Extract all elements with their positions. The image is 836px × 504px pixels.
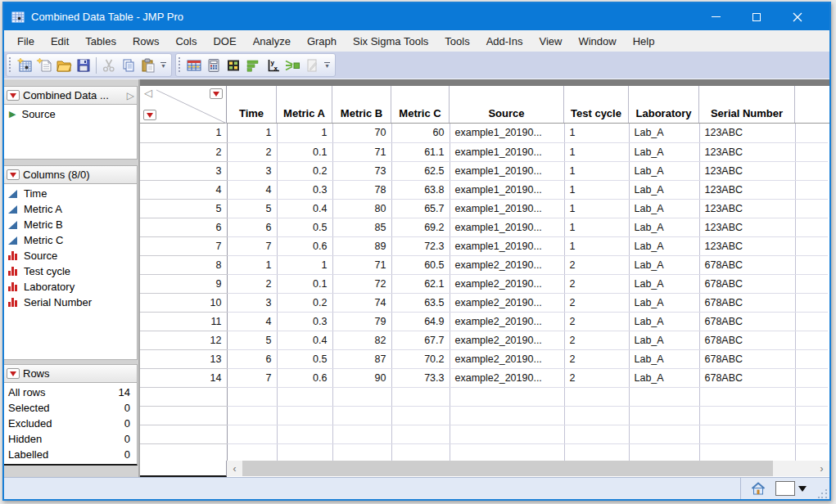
menu-cols[interactable]: Cols — [167, 32, 205, 51]
panel-expand-icon[interactable]: ▷ — [127, 90, 134, 101]
split-grid-icon[interactable] — [224, 56, 243, 75]
column-header-test-cycle[interactable]: Test cycle — [564, 86, 629, 123]
cell[interactable]: 123ABC — [699, 124, 795, 142]
cell[interactable]: Lab_A — [629, 180, 699, 199]
cell[interactable] — [450, 406, 564, 425]
horizontal-scrollbar[interactable]: ‹ › — [227, 461, 829, 476]
cell[interactable]: Lab_A — [629, 161, 699, 180]
new-data-table-icon[interactable] — [15, 56, 34, 75]
cell[interactable]: Lab_A — [629, 218, 699, 236]
cell[interactable]: 0.6 — [277, 368, 332, 387]
open-icon[interactable] — [54, 56, 74, 75]
cell[interactable]: example1_20190... — [450, 218, 564, 236]
cell[interactable]: 0.3 — [277, 312, 332, 331]
cell[interactable]: Lab_A — [629, 293, 699, 312]
menu-help[interactable]: Help — [625, 32, 663, 51]
column-header-source[interactable]: Source — [450, 86, 564, 123]
cell[interactable] — [699, 443, 795, 462]
cell[interactable]: 123ABC — [699, 142, 795, 161]
cell[interactable]: 123ABC — [699, 218, 795, 236]
cell[interactable]: example2_20190... — [450, 293, 564, 312]
cell[interactable]: 678ABC — [699, 293, 795, 312]
cell[interactable]: 2 — [564, 349, 629, 368]
cell[interactable]: 0.4 — [277, 331, 332, 349]
join-tables-icon[interactable] — [282, 56, 302, 75]
cell[interactable]: 78 — [332, 180, 391, 199]
cell[interactable]: 123ABC — [699, 236, 795, 255]
toolbar-grip[interactable] — [8, 57, 12, 74]
column-item-metric-a[interactable]: Metric A — [4, 201, 137, 217]
cell[interactable]: example2_20190... — [450, 274, 564, 293]
row-number[interactable]: 3 — [140, 161, 227, 180]
column-item-test-cycle[interactable]: Test cycle — [4, 263, 137, 279]
cell[interactable]: 69.2 — [391, 218, 450, 236]
cell[interactable] — [277, 425, 332, 443]
red-triangle-menu-icon[interactable] — [7, 169, 20, 180]
cell[interactable]: Lab_A — [629, 124, 699, 142]
cell[interactable] — [277, 406, 332, 425]
cell[interactable] — [332, 387, 391, 406]
cell[interactable] — [450, 443, 564, 462]
formula-calculator-icon[interactable] — [204, 56, 224, 75]
cell[interactable]: example1_20190... — [450, 124, 564, 142]
row-number[interactable]: 7 — [140, 236, 227, 255]
cell[interactable]: 72.3 — [391, 236, 450, 255]
cell[interactable]: 65.7 — [391, 199, 450, 218]
column-header-serial-number[interactable]: Serial Number — [699, 86, 795, 123]
row-number[interactable]: 6 — [140, 218, 227, 236]
cell[interactable]: 3 — [227, 293, 277, 312]
maximize-button[interactable] — [736, 3, 777, 30]
cell[interactable]: 70.2 — [391, 349, 450, 368]
script-editor-icon[interactable] — [302, 56, 322, 75]
cell[interactable]: Lab_A — [629, 255, 699, 274]
cell[interactable]: 123ABC — [699, 199, 795, 218]
cell[interactable]: 1 — [564, 218, 629, 236]
cell[interactable]: 0.4 — [277, 199, 332, 218]
cell[interactable]: 1 — [564, 124, 629, 142]
menu-graph[interactable]: Graph — [299, 32, 345, 51]
red-triangle-menu-icon[interactable] — [7, 90, 20, 101]
cell[interactable]: 0.2 — [277, 161, 332, 180]
cell[interactable]: 4 — [227, 180, 277, 199]
cell[interactable]: 5 — [227, 199, 277, 218]
scrollbar-thumb[interactable] — [242, 461, 773, 476]
run-script-icon[interactable]: ▶ — [9, 109, 16, 119]
cell[interactable] — [332, 406, 391, 425]
cell[interactable] — [391, 425, 450, 443]
row-number[interactable]: 4 — [140, 180, 227, 199]
row-number[interactable]: 2 — [140, 142, 227, 161]
cell[interactable]: 80 — [332, 199, 391, 218]
row-number[interactable] — [140, 443, 227, 462]
cell[interactable]: 82 — [332, 331, 391, 349]
menu-doe[interactable]: DOE — [205, 32, 244, 51]
cell[interactable]: 61.1 — [391, 142, 450, 161]
cell[interactable]: example1_20190... — [450, 161, 564, 180]
cell[interactable] — [564, 443, 629, 462]
column-item-time[interactable]: Time — [4, 186, 137, 201]
cell[interactable]: 87 — [332, 349, 391, 368]
cell[interactable]: example2_20190... — [450, 331, 564, 349]
row-number[interactable]: 11 — [140, 312, 227, 331]
cell[interactable]: example2_20190... — [450, 349, 564, 368]
cell[interactable] — [227, 406, 277, 425]
data-table-window-icon[interactable] — [184, 56, 204, 75]
cell[interactable]: 2 — [564, 293, 629, 312]
cell[interactable] — [450, 425, 564, 443]
cut-icon[interactable] — [99, 56, 119, 75]
cell[interactable]: 62.5 — [391, 161, 450, 180]
row-number[interactable]: 1 — [140, 124, 227, 142]
cell[interactable] — [227, 443, 277, 462]
column-header-metric-a[interactable]: Metric A — [277, 86, 332, 123]
fit-y-by-x-icon[interactable]: yx — [263, 56, 282, 75]
menu-tables[interactable]: Tables — [77, 32, 124, 51]
menu-add-ins[interactable]: Add-Ins — [478, 32, 531, 51]
cell[interactable]: 73 — [332, 161, 391, 180]
cell[interactable]: 678ABC — [699, 274, 795, 293]
cell[interactable] — [699, 406, 795, 425]
cell[interactable]: 0.1 — [277, 142, 332, 161]
cell[interactable] — [629, 406, 699, 425]
cell[interactable]: 0.6 — [277, 236, 332, 255]
cell[interactable] — [699, 425, 795, 443]
cell[interactable]: example2_20190... — [450, 368, 564, 387]
collapse-left-icon[interactable]: ◁ — [144, 87, 152, 99]
